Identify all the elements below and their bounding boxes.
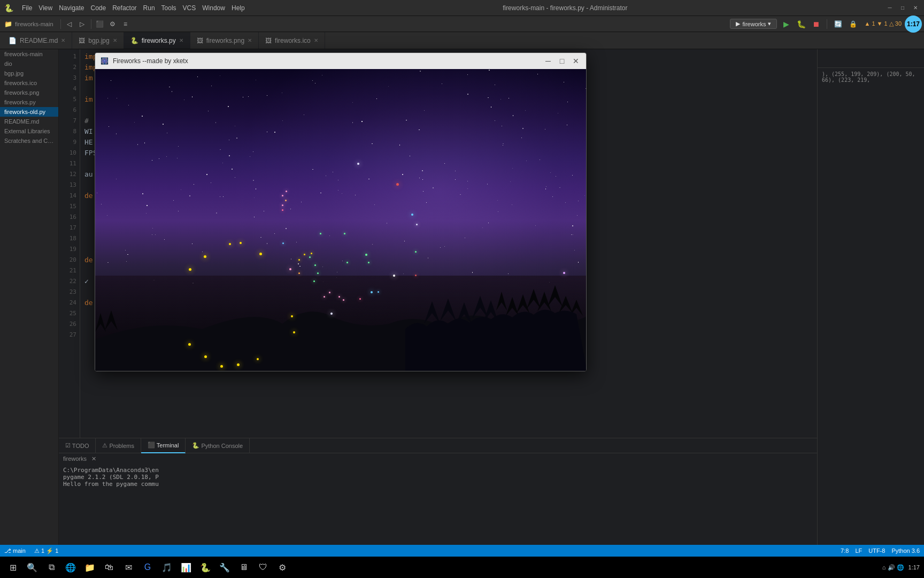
- menu-tools[interactable]: Tools: [161, 4, 176, 12]
- store-icon[interactable]: 🛍: [101, 559, 118, 576]
- tab-problems[interactable]: ⚠ Problems: [96, 438, 141, 453]
- popup-title-text: Fireworks --made by xketx: [113, 57, 539, 65]
- app-icon: 🐍: [4, 4, 13, 12]
- sidebar-dio[interactable]: dio: [0, 59, 58, 69]
- maximize-button[interactable]: □: [898, 4, 907, 12]
- taskview-btn[interactable]: ⧉: [43, 559, 60, 576]
- status-lf: LF: [855, 547, 862, 554]
- sidebar-readme[interactable]: README.md: [0, 117, 58, 126]
- collapse-btn[interactable]: ≡: [120, 18, 132, 30]
- fireworks-canvas[interactable]: [95, 69, 587, 371]
- tab-readme-icon: 📄: [9, 37, 17, 44]
- toolbar: 📁 fireworks-main ◁ ▷ ⬛ ⚙ ≡ ▶ fireworks ▾…: [0, 16, 924, 32]
- mail-icon[interactable]: ✉: [120, 559, 137, 576]
- tab-readme[interactable]: 📄 README.md ✕: [2, 32, 72, 49]
- sidebar-py[interactable]: fireworks.py: [0, 97, 58, 107]
- tab-fireworks-ico-label: fireworks.ico: [275, 37, 311, 44]
- tab-fireworks-png-close[interactable]: ✕: [248, 37, 252, 43]
- menu-navigate[interactable]: Navigate: [59, 4, 84, 12]
- console-title-bar: fireworks ✕: [59, 453, 817, 465]
- tab-fireworks-png[interactable]: 🖼 fireworks.png ✕: [190, 32, 259, 49]
- popup-maximize[interactable]: □: [557, 56, 567, 66]
- tab-fireworks-ico-close[interactable]: ✕: [314, 37, 318, 43]
- status-bar: ⎇ main ⚠ 1 ⚡ 1 7:8 LF UTF-8 Python 3.6: [0, 545, 924, 557]
- edge-icon[interactable]: 🌐: [62, 559, 79, 576]
- run-btn[interactable]: ▶: [780, 18, 792, 30]
- right-panel-text: ), (255, 199, 209), (200, 50, 66), (223,…: [818, 68, 924, 86]
- start-btn[interactable]: ⊞: [4, 559, 21, 576]
- status-git: ⎇ main: [4, 547, 26, 554]
- console-line-1: C:\ProgramData\Anaconda3\en: [63, 467, 813, 474]
- status-warnings: ⚠ 1 ⚡ 1: [34, 547, 58, 554]
- minimize-button[interactable]: ─: [886, 4, 894, 12]
- search-btn[interactable]: ⬛: [94, 18, 106, 30]
- menu-vcs[interactable]: VCS: [183, 4, 196, 12]
- status-encoding: UTF-8: [868, 547, 885, 554]
- back-btn[interactable]: ◁: [64, 18, 75, 30]
- menu-view[interactable]: View: [38, 4, 52, 12]
- sidebar-old-py[interactable]: fireworks-old.py: [0, 107, 58, 117]
- console-close[interactable]: ✕: [91, 455, 96, 462]
- run-config-chevron: ▾: [768, 20, 771, 27]
- menu-help[interactable]: Help: [232, 4, 245, 12]
- right-toolbar: [818, 49, 924, 68]
- tab-bgp-icon: 🖼: [79, 37, 85, 44]
- app1-icon[interactable]: 🎵: [158, 559, 175, 576]
- forward-btn[interactable]: ▷: [76, 18, 88, 30]
- sidebar-ext-libs[interactable]: External Libraries: [0, 126, 58, 136]
- stop-btn[interactable]: ⏹: [810, 18, 822, 30]
- menu-code[interactable]: Code: [91, 4, 106, 12]
- sidebar-scratches[interactable]: Scratches and Consoles: [0, 136, 58, 146]
- tab-fireworks-py-icon: 🐍: [130, 37, 138, 44]
- tab-bgp-label: bgp.jpg: [88, 37, 109, 44]
- sep2: [91, 19, 91, 29]
- menu-window[interactable]: Window: [202, 4, 225, 12]
- lock-btn[interactable]: 🔒: [847, 18, 859, 30]
- tab-python-console[interactable]: 🐍 Python Console: [186, 438, 250, 453]
- refresh-btn[interactable]: 🔄: [832, 18, 844, 30]
- tab-fireworks-ico[interactable]: 🖼 fireworks.ico ✕: [259, 32, 325, 49]
- python-icon: 🐍: [192, 442, 199, 449]
- search-taskbar[interactable]: 🔍: [24, 559, 41, 576]
- tree-silhouette: [95, 276, 587, 371]
- user-avatar: 1:17: [905, 16, 922, 33]
- tab-fireworks-py-close[interactable]: ✕: [179, 37, 183, 43]
- console-line-3: Hello from the pygame commu: [63, 481, 813, 488]
- run-config-display[interactable]: ▶ fireworks ▾: [730, 19, 777, 29]
- popup-minimize[interactable]: ─: [543, 56, 553, 66]
- app4-icon[interactable]: 🔧: [216, 559, 233, 576]
- tab-terminal[interactable]: ⬛ Terminal: [141, 438, 186, 453]
- debug-btn[interactable]: 🐛: [795, 18, 807, 30]
- chrome-icon[interactable]: G: [139, 559, 156, 576]
- tab-bgp[interactable]: 🖼 bgp.jpg ✕: [72, 32, 124, 49]
- problems-icon: ⚠: [102, 442, 107, 449]
- sidebar-fireworks-main[interactable]: fireworks-main: [0, 49, 58, 59]
- app7-icon[interactable]: ⚙: [274, 559, 291, 576]
- app3-icon[interactable]: 🐍: [197, 559, 214, 576]
- app5-icon[interactable]: 🖥: [235, 559, 252, 576]
- project-icon: 📁: [2, 18, 14, 30]
- menu-file[interactable]: File: [22, 4, 32, 12]
- tab-readme-close[interactable]: ✕: [61, 37, 65, 43]
- tab-fireworks-ico-icon: 🖼: [265, 37, 272, 44]
- app6-icon[interactable]: 🛡: [255, 559, 272, 576]
- app2-icon[interactable]: 📊: [178, 559, 195, 576]
- close-button[interactable]: ✕: [911, 4, 920, 12]
- console-line-2: pygame 2.1.2 (SDL 2.0.18, P: [63, 474, 813, 481]
- systray-icons: ⌂ 🔊 🌐: [882, 564, 904, 571]
- menu-refactor[interactable]: Refactor: [112, 4, 136, 12]
- explorer-icon[interactable]: 📁: [81, 559, 98, 576]
- sidebar-bgp[interactable]: bgp.jpg: [0, 69, 58, 78]
- popup-close[interactable]: ✕: [571, 56, 581, 66]
- popup-titlebar: 🎆 Fireworks --made by xketx ─ □ ✕: [95, 53, 586, 69]
- right-toolbar: ▶ fireworks ▾ ▶ 🐛 ⏹ 🔄 🔒 ▲ 1 ▼ 1 △ 30 1:1…: [730, 16, 922, 33]
- tab-todo[interactable]: ☑ TODO: [59, 438, 96, 453]
- status-right: 7:8 LF UTF-8 Python 3.6: [841, 547, 920, 554]
- sidebar-ico[interactable]: fireworks.ico: [0, 78, 58, 88]
- tab-fireworks-py[interactable]: 🐍 fireworks.py ✕: [124, 32, 190, 49]
- tab-bgp-close[interactable]: ✕: [113, 37, 117, 43]
- sidebar-png[interactable]: fireworks.png: [0, 88, 58, 97]
- bottom-tabs: ☑ TODO ⚠ Problems ⬛ Terminal 🐍 Python Co…: [59, 438, 817, 453]
- menu-run[interactable]: Run: [143, 4, 155, 12]
- settings-btn[interactable]: ⚙: [107, 18, 119, 30]
